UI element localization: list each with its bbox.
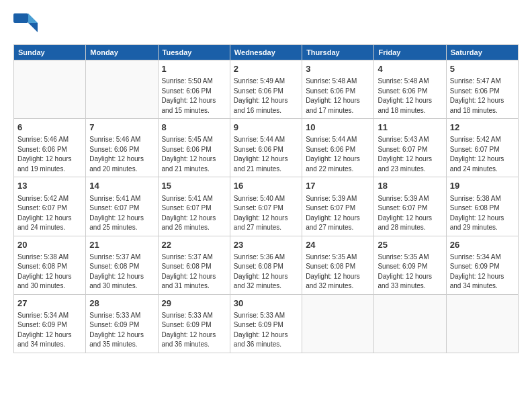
calendar-cell: 5Sunrise: 5:47 AMSunset: 6:06 PMDaylight…	[446, 60, 518, 119]
cell-content: Sunrise: 5:44 AMSunset: 6:06 PMDaylight:…	[306, 135, 370, 174]
day-number: 6	[17, 122, 82, 134]
day-number: 22	[162, 239, 226, 251]
cell-content: Sunrise: 5:41 AMSunset: 6:07 PMDaylight:…	[162, 194, 226, 233]
cell-content: Sunrise: 5:38 AMSunset: 6:08 PMDaylight:…	[17, 253, 82, 291]
day-number: 5	[450, 63, 515, 75]
day-number: 2	[234, 63, 298, 75]
logo	[13, 13, 43, 34]
day-number: 24	[306, 239, 370, 251]
cell-content: Sunrise: 5:46 AMSunset: 6:06 PMDaylight:…	[89, 135, 154, 174]
calendar-cell: 15Sunrise: 5:41 AMSunset: 6:07 PMDayligh…	[158, 177, 230, 236]
calendar-cell: 3Sunrise: 5:48 AMSunset: 6:06 PMDaylight…	[302, 60, 374, 119]
day-number: 10	[306, 122, 370, 134]
cell-content: Sunrise: 5:35 AMSunset: 6:09 PMDaylight:…	[378, 253, 442, 291]
cell-content: Sunrise: 5:50 AMSunset: 6:06 PMDaylight:…	[162, 77, 226, 116]
day-number: 12	[450, 122, 515, 134]
cell-content: Sunrise: 5:49 AMSunset: 6:06 PMDaylight:…	[234, 77, 298, 116]
calendar-cell: 6Sunrise: 5:46 AMSunset: 6:06 PMDaylight…	[14, 119, 86, 177]
cell-content: Sunrise: 5:39 AMSunset: 6:07 PMDaylight:…	[306, 194, 370, 233]
calendar-cell: 10Sunrise: 5:44 AMSunset: 6:06 PMDayligh…	[302, 119, 374, 177]
calendar-cell: 27Sunrise: 5:34 AMSunset: 6:09 PMDayligh…	[14, 294, 86, 353]
day-number: 28	[89, 298, 154, 310]
day-number: 21	[89, 239, 154, 251]
day-number: 20	[17, 239, 82, 251]
calendar-cell: 1Sunrise: 5:50 AMSunset: 6:06 PMDaylight…	[158, 60, 230, 119]
calendar-cell: 23Sunrise: 5:36 AMSunset: 6:08 PMDayligh…	[230, 236, 302, 294]
cell-content: Sunrise: 5:43 AMSunset: 6:07 PMDaylight:…	[378, 135, 442, 174]
calendar-cell: 19Sunrise: 5:38 AMSunset: 6:08 PMDayligh…	[446, 177, 518, 236]
svg-marker-1	[28, 13, 38, 23]
calendar-cell: 12Sunrise: 5:42 AMSunset: 6:07 PMDayligh…	[446, 119, 518, 177]
calendar-cell: 13Sunrise: 5:42 AMSunset: 6:07 PMDayligh…	[14, 177, 86, 236]
logo-icon	[13, 13, 38, 34]
day-number: 23	[234, 239, 298, 251]
cell-content: Sunrise: 5:37 AMSunset: 6:08 PMDaylight:…	[89, 253, 154, 291]
cell-content: Sunrise: 5:44 AMSunset: 6:06 PMDaylight:…	[234, 135, 298, 174]
calendar-week-row: 27Sunrise: 5:34 AMSunset: 6:09 PMDayligh…	[14, 294, 519, 353]
calendar-cell: 14Sunrise: 5:41 AMSunset: 6:07 PMDayligh…	[86, 177, 158, 236]
cell-content: Sunrise: 5:38 AMSunset: 6:08 PMDaylight:…	[450, 194, 515, 233]
calendar-header-thursday: Thursday	[302, 45, 374, 60]
calendar-week-row: 1Sunrise: 5:50 AMSunset: 6:06 PMDaylight…	[14, 60, 519, 119]
calendar-cell: 25Sunrise: 5:35 AMSunset: 6:09 PMDayligh…	[374, 236, 446, 294]
calendar-cell: 11Sunrise: 5:43 AMSunset: 6:07 PMDayligh…	[374, 119, 446, 177]
calendar-cell: 18Sunrise: 5:39 AMSunset: 6:07 PMDayligh…	[374, 177, 446, 236]
cell-content: Sunrise: 5:34 AMSunset: 6:09 PMDaylight:…	[450, 253, 515, 291]
calendar-cell: 30Sunrise: 5:33 AMSunset: 6:09 PMDayligh…	[230, 294, 302, 353]
calendar-cell: 24Sunrise: 5:35 AMSunset: 6:08 PMDayligh…	[302, 236, 374, 294]
day-number: 4	[378, 63, 442, 75]
cell-content: Sunrise: 5:46 AMSunset: 6:06 PMDaylight:…	[17, 135, 82, 174]
svg-marker-2	[28, 23, 38, 32]
calendar-header-tuesday: Tuesday	[158, 45, 230, 60]
calendar-cell: 7Sunrise: 5:46 AMSunset: 6:06 PMDaylight…	[86, 119, 158, 177]
calendar-cell: 20Sunrise: 5:38 AMSunset: 6:08 PMDayligh…	[14, 236, 86, 294]
day-number: 9	[234, 122, 298, 134]
day-number: 16	[234, 180, 298, 192]
calendar-cell: 17Sunrise: 5:39 AMSunset: 6:07 PMDayligh…	[302, 177, 374, 236]
calendar-cell: 29Sunrise: 5:33 AMSunset: 6:09 PMDayligh…	[158, 294, 230, 353]
calendar-cell: 26Sunrise: 5:34 AMSunset: 6:09 PMDayligh…	[446, 236, 518, 294]
calendar-cell: 4Sunrise: 5:48 AMSunset: 6:06 PMDaylight…	[374, 60, 446, 119]
day-number: 27	[17, 298, 82, 310]
day-number: 15	[162, 180, 226, 192]
cell-content: Sunrise: 5:33 AMSunset: 6:09 PMDaylight:…	[234, 311, 298, 350]
cell-content: Sunrise: 5:48 AMSunset: 6:06 PMDaylight:…	[306, 77, 370, 116]
calendar-table: SundayMondayTuesdayWednesdayThursdayFrid…	[13, 44, 519, 353]
day-number: 29	[162, 298, 226, 310]
day-number: 19	[450, 180, 515, 192]
calendar-header-saturday: Saturday	[446, 45, 518, 60]
day-number: 8	[162, 122, 226, 134]
day-number: 30	[234, 298, 298, 310]
cell-content: Sunrise: 5:34 AMSunset: 6:09 PMDaylight:…	[17, 311, 82, 350]
day-number: 25	[378, 239, 442, 251]
cell-content: Sunrise: 5:48 AMSunset: 6:06 PMDaylight:…	[378, 77, 442, 116]
day-number: 11	[378, 122, 442, 134]
calendar-header-wednesday: Wednesday	[230, 45, 302, 60]
day-number: 3	[306, 63, 370, 75]
day-number: 13	[17, 180, 82, 192]
day-number: 17	[306, 180, 370, 192]
calendar-week-row: 20Sunrise: 5:38 AMSunset: 6:08 PMDayligh…	[14, 236, 519, 294]
cell-content: Sunrise: 5:33 AMSunset: 6:09 PMDaylight:…	[89, 311, 154, 350]
calendar-cell	[302, 294, 374, 353]
calendar-header-monday: Monday	[86, 45, 158, 60]
day-number: 14	[89, 180, 154, 192]
calendar-cell	[14, 60, 86, 119]
cell-content: Sunrise: 5:36 AMSunset: 6:08 PMDaylight:…	[234, 253, 298, 291]
cell-content: Sunrise: 5:41 AMSunset: 6:07 PMDaylight:…	[89, 194, 154, 233]
cell-content: Sunrise: 5:47 AMSunset: 6:06 PMDaylight:…	[450, 77, 515, 116]
calendar-cell: 22Sunrise: 5:37 AMSunset: 6:08 PMDayligh…	[158, 236, 230, 294]
cell-content: Sunrise: 5:39 AMSunset: 6:07 PMDaylight:…	[378, 194, 442, 233]
calendar-week-row: 13Sunrise: 5:42 AMSunset: 6:07 PMDayligh…	[14, 177, 519, 236]
svg-rect-0	[13, 13, 28, 23]
day-number: 1	[162, 63, 226, 75]
cell-content: Sunrise: 5:33 AMSunset: 6:09 PMDaylight:…	[162, 311, 226, 350]
day-number: 7	[89, 122, 154, 134]
calendar-week-row: 6Sunrise: 5:46 AMSunset: 6:06 PMDaylight…	[14, 119, 519, 177]
cell-content: Sunrise: 5:35 AMSunset: 6:08 PMDaylight:…	[306, 253, 370, 291]
calendar-cell: 8Sunrise: 5:45 AMSunset: 6:06 PMDaylight…	[158, 119, 230, 177]
cell-content: Sunrise: 5:37 AMSunset: 6:08 PMDaylight:…	[162, 253, 226, 291]
calendar-cell	[374, 294, 446, 353]
calendar-cell: 28Sunrise: 5:33 AMSunset: 6:09 PMDayligh…	[86, 294, 158, 353]
calendar-cell: 2Sunrise: 5:49 AMSunset: 6:06 PMDaylight…	[230, 60, 302, 119]
